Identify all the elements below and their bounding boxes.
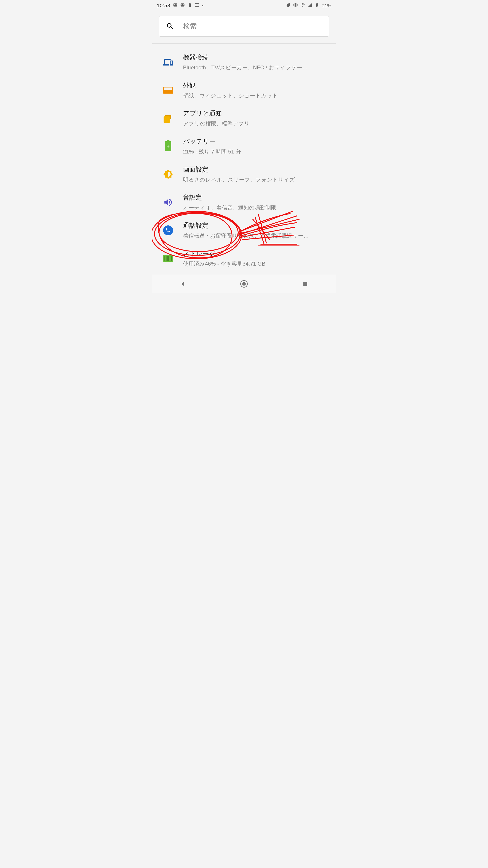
row-subtitle: Bluetooth、TV/スピーカー、NFC / おサイフケー… [183, 64, 329, 71]
vibrate-icon [293, 3, 298, 8]
svg-rect-2 [303, 282, 307, 286]
status-bar: 10:53 21% [152, 0, 336, 11]
settings-list: 機器接続 Bluetooth、TV/スピーカー、NFC / おサイフケー… 外観… [152, 43, 336, 275]
status-right: 21% [286, 3, 331, 8]
row-subtitle: 21% - 残り 7 時間 51 分 [183, 148, 329, 155]
wifi-icon [300, 3, 305, 8]
status-clock: 10:53 [157, 3, 170, 8]
search-section [152, 11, 336, 43]
battery-percent: 21% [322, 3, 331, 8]
row-title: アプリと通知 [183, 109, 329, 118]
row-call[interactable]: 通話設定 着信転送・お留守番サービス、迷惑電話撃退サー… [152, 216, 336, 244]
devices-icon [161, 55, 175, 69]
row-title: 画面設定 [183, 165, 329, 174]
row-subtitle: 壁紙、ウィジェット、ショートカット [183, 92, 329, 99]
mail-icon [180, 3, 185, 8]
sound-icon [161, 195, 175, 209]
row-display[interactable]: 画面設定 明るさのレベル、スリープ、フォントサイズ [152, 160, 336, 188]
row-storage[interactable]: ストレージ 使用済み46% - 空き容量34.71 GB [152, 244, 336, 272]
nav-recent-button[interactable] [300, 279, 310, 289]
row-subtitle: アプリの権限、標準アプリ [183, 120, 329, 127]
status-left: 10:53 [157, 3, 203, 8]
row-title: 機器接続 [183, 53, 329, 62]
row-subtitle: 使用済み46% - 空き容量34.71 GB [183, 260, 329, 268]
apps-icon [161, 112, 175, 125]
navigation-bar [152, 275, 336, 293]
row-title: ストレージ [183, 249, 329, 258]
search-icon [166, 22, 174, 30]
battery-warning-icon [188, 3, 192, 8]
signal-icon [308, 3, 312, 8]
search-card[interactable] [159, 16, 329, 37]
nav-home-button[interactable] [239, 279, 249, 289]
call-icon [161, 223, 175, 237]
nav-back-button[interactable] [178, 279, 188, 289]
svg-point-1 [242, 282, 246, 285]
row-title: 通話設定 [183, 221, 329, 230]
row-appearance[interactable]: 外観 壁紙、ウィジェット、ショートカット [152, 76, 336, 104]
row-sound[interactable]: 音設定 オーディオ、着信音、通知の鳴動制限 [152, 188, 336, 216]
row-subtitle: 明るさのレベル、スリープ、フォントサイズ [183, 176, 329, 183]
alarm-icon [286, 3, 291, 8]
row-subtitle: 着信転送・お留守番サービス、迷惑電話撃退サー… [183, 232, 329, 239]
row-subtitle: オーディオ、着信音、通知の鳴動制限 [183, 204, 329, 211]
search-input[interactable] [183, 22, 322, 30]
storage-icon [161, 252, 175, 265]
cast-icon [195, 3, 199, 8]
row-title: 外観 [183, 81, 329, 90]
row-device-connection[interactable]: 機器接続 Bluetooth、TV/スピーカー、NFC / おサイフケー… [152, 48, 336, 76]
battery-icon [315, 3, 320, 8]
row-title: 音設定 [183, 193, 329, 202]
row-apps[interactable]: アプリと通知 アプリの権限、標準アプリ [152, 104, 336, 132]
row-battery[interactable]: + バッテリー 21% - 残り 7 時間 51 分 [152, 132, 336, 160]
battery-icon: + [161, 140, 175, 153]
appearance-icon [161, 84, 175, 97]
display-icon [161, 167, 175, 181]
row-title: バッテリー [183, 137, 329, 146]
dot-icon [202, 5, 203, 6]
gmail-icon [173, 3, 177, 8]
